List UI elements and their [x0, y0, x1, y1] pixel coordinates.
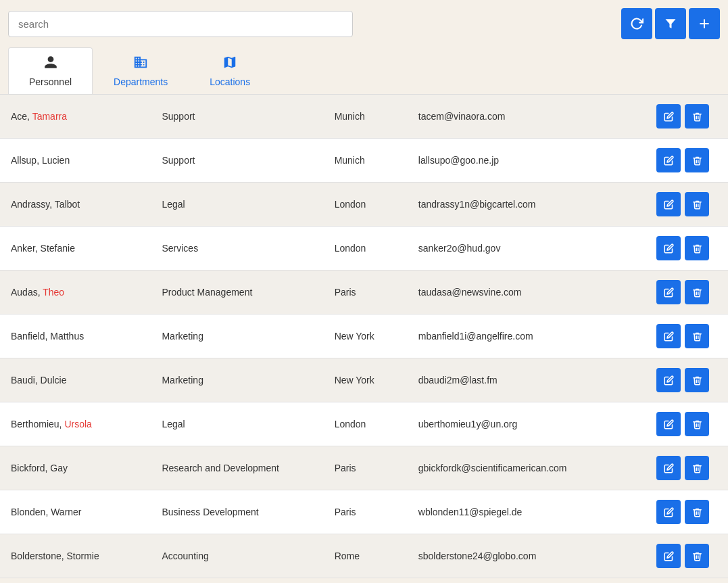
svg-marker-0 — [666, 19, 676, 28]
actions-cell — [626, 95, 728, 139]
name-cell: Ace, Tamarra — [0, 95, 151, 139]
department-cell: Accounting — [151, 534, 323, 578]
city-cell: New York — [324, 358, 408, 402]
table-row: Allsup, LucienSupportMunichlallsupo@goo.… — [0, 139, 728, 183]
delete-button[interactable] — [685, 324, 709, 348]
edit-button[interactable] — [656, 456, 681, 480]
actions-cell — [626, 183, 728, 227]
city-cell: Paris — [324, 271, 408, 314]
table-row: Blonden, WarnerBusiness DevelopmentParis… — [0, 490, 728, 534]
personnel-icon — [43, 55, 58, 74]
email-cell: sanker2o@hud.gov — [408, 227, 626, 271]
department-cell: Support — [151, 139, 323, 183]
delete-button[interactable] — [685, 236, 709, 260]
tab-departments[interactable]: Departments — [93, 47, 189, 94]
filter-button[interactable] — [655, 8, 686, 39]
email-cell: tacem@vinaora.com — [408, 95, 626, 139]
email-cell: gbickfordk@scientificamerican.com — [408, 446, 626, 490]
city-cell: Paris — [324, 490, 408, 534]
footer: Company Directory version 1.0 — [0, 578, 728, 583]
city-cell: Paris — [324, 446, 408, 490]
department-cell: Legal — [151, 183, 323, 227]
delete-button[interactable] — [685, 192, 709, 216]
top-bar — [0, 0, 728, 47]
edit-button[interactable] — [656, 280, 681, 304]
city-cell: Munich — [324, 139, 408, 183]
edit-button[interactable] — [656, 236, 681, 260]
name-cell: Allsup, Lucien — [0, 139, 151, 183]
city-cell: Rome — [324, 534, 408, 578]
delete-button[interactable] — [685, 104, 709, 129]
table-row: Berthomieu, UrsolaLegalLondonuberthomieu… — [0, 402, 728, 446]
table-row: Baudi, DulcieMarketingNew Yorkdbaudi2m@l… — [0, 358, 728, 402]
tab-personnel-label: Personnel — [29, 76, 72, 87]
delete-button[interactable] — [685, 148, 709, 172]
add-button[interactable] — [689, 8, 720, 39]
name-cell: Bolderstone, Stormie — [0, 534, 151, 578]
edit-button[interactable] — [656, 412, 681, 436]
delete-button[interactable] — [685, 412, 709, 436]
edit-button[interactable] — [656, 148, 681, 172]
edit-button[interactable] — [656, 544, 681, 568]
actions-cell — [626, 446, 728, 490]
department-cell: Product Management — [151, 271, 323, 314]
table-row: Bickford, GayResearch and DevelopmentPar… — [0, 446, 728, 490]
email-cell: mbanfield1i@angelfire.com — [408, 314, 626, 358]
edit-button[interactable] — [656, 368, 681, 392]
table-row: Andrassy, TalbotLegalLondontandrassy1n@b… — [0, 183, 728, 227]
department-cell: Legal — [151, 402, 323, 446]
email-cell: taudasa@newsvine.com — [408, 271, 626, 314]
edit-button[interactable] — [656, 324, 681, 348]
actions-cell — [626, 490, 728, 534]
table-row: Audas, TheoProduct ManagementParistaudas… — [0, 271, 728, 314]
locations-icon — [222, 55, 237, 74]
name-cell: Anker, Stefanie — [0, 227, 151, 271]
table-row: Bolderstone, StormieAccountingRomesbolde… — [0, 534, 728, 578]
tab-departments-label: Departments — [114, 76, 168, 87]
email-cell: sbolderstone24@globo.com — [408, 534, 626, 578]
department-cell: Marketing — [151, 358, 323, 402]
table-row: Ace, TamarraSupportMunichtacem@vinaora.c… — [0, 95, 728, 139]
actions-cell — [626, 271, 728, 314]
tab-personnel[interactable]: Personnel — [8, 47, 93, 94]
table-row: Banfield, MatthusMarketingNew Yorkmbanfi… — [0, 314, 728, 358]
name-cell: Bickford, Gay — [0, 446, 151, 490]
department-cell: Services — [151, 227, 323, 271]
top-buttons — [621, 8, 720, 39]
city-cell: London — [324, 227, 408, 271]
table-row: Anker, StefanieServicesLondonsanker2o@hu… — [0, 227, 728, 271]
edit-button[interactable] — [656, 192, 681, 216]
delete-button[interactable] — [685, 456, 709, 480]
actions-cell — [626, 402, 728, 446]
name-cell: Blonden, Warner — [0, 490, 151, 534]
name-cell: Baudi, Dulcie — [0, 358, 151, 402]
name-cell: Berthomieu, Ursola — [0, 402, 151, 446]
personnel-table: Ace, TamarraSupportMunichtacem@vinaora.c… — [0, 95, 728, 578]
email-cell: uberthomieu1y@un.org — [408, 402, 626, 446]
department-cell: Research and Development — [151, 446, 323, 490]
city-cell: London — [324, 183, 408, 227]
edit-button[interactable] — [656, 500, 681, 524]
city-cell: Munich — [324, 95, 408, 139]
email-cell: dbaudi2m@last.fm — [408, 358, 626, 402]
email-cell: tandrassy1n@bigcartel.com — [408, 183, 626, 227]
tab-locations[interactable]: Locations — [189, 47, 271, 94]
departments-icon — [133, 55, 148, 74]
email-cell: wblonden11@spiegel.de — [408, 490, 626, 534]
city-cell: New York — [324, 314, 408, 358]
actions-cell — [626, 314, 728, 358]
actions-cell — [626, 534, 728, 578]
delete-button[interactable] — [685, 500, 709, 524]
actions-cell — [626, 227, 728, 271]
name-cell: Banfield, Matthus — [0, 314, 151, 358]
edit-button[interactable] — [656, 104, 681, 129]
search-input[interactable] — [8, 11, 353, 37]
tab-locations-label: Locations — [210, 76, 250, 87]
city-cell: London — [324, 402, 408, 446]
delete-button[interactable] — [685, 544, 709, 568]
department-cell: Support — [151, 95, 323, 139]
table-container: Ace, TamarraSupportMunichtacem@vinaora.c… — [0, 95, 728, 578]
delete-button[interactable] — [685, 280, 709, 304]
delete-button[interactable] — [685, 368, 709, 392]
refresh-button[interactable] — [621, 8, 652, 39]
